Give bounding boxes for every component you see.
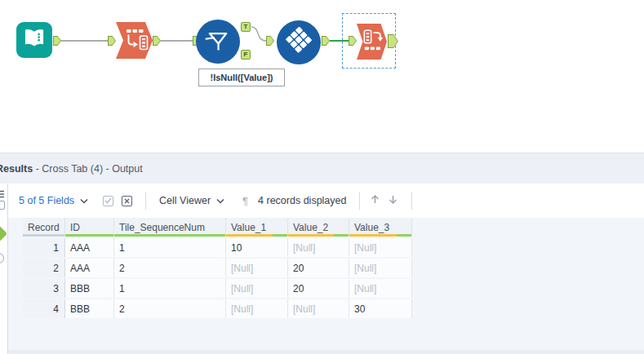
data-quality-bar xyxy=(349,234,411,237)
true-anchor-label: T xyxy=(244,24,248,30)
anchor-circle-icon[interactable] xyxy=(0,253,4,263)
table-cell[interactable]: [Null] xyxy=(226,259,288,277)
output-anchor[interactable] xyxy=(53,36,61,46)
table-cell[interactable]: [Null] xyxy=(288,299,349,318)
results-title: Results - Cross Tab (4) - Output xyxy=(0,163,143,175)
results-left-toolbar xyxy=(0,184,8,354)
false-anchor-label: F xyxy=(244,51,248,58)
data-quality-bar xyxy=(288,234,349,237)
table-cell[interactable]: 2 xyxy=(114,299,226,318)
tool-tile[interactable] xyxy=(277,20,321,64)
output-anchor[interactable] xyxy=(322,36,330,46)
column-header-label: Value_3 xyxy=(354,222,389,233)
table-cell[interactable]: 1 xyxy=(114,238,226,257)
results-title-rest: - Cross Tab (4) - Output xyxy=(33,163,143,175)
table-row[interactable]: 1AAA110[Null][Null] xyxy=(23,238,412,257)
filter-annotation[interactable]: !IsNull([Value]) xyxy=(198,69,285,86)
records-displayed-label: 4 records displayed xyxy=(258,195,346,206)
table-row[interactable]: 2AAA2[Null]20[Null] xyxy=(23,259,412,277)
chevron-down-icon[interactable] xyxy=(80,195,88,206)
tool-input-data[interactable] xyxy=(16,22,52,58)
table-cell[interactable]: 1 xyxy=(114,279,226,298)
clear-fields-icon[interactable] xyxy=(122,196,132,206)
workflow-canvas[interactable]: T F !IsNull([Value]) xyxy=(0,0,644,153)
table-row[interactable]: 4BBB2[Null][Null]30 xyxy=(23,299,412,318)
false-output-anchor[interactable]: F xyxy=(241,50,251,60)
cell-viewer-dropdown[interactable]: Cell Viewer xyxy=(159,195,211,206)
output-anchor[interactable] xyxy=(388,34,398,48)
table-cell[interactable]: [Null] xyxy=(349,259,412,277)
data-quality-bar xyxy=(114,234,225,237)
connection-wire xyxy=(61,40,108,42)
output-anchor-icon[interactable] xyxy=(0,225,7,242)
input-anchor[interactable] xyxy=(108,36,116,46)
arrow-down-icon[interactable] xyxy=(388,194,398,207)
square-icon[interactable] xyxy=(0,201,5,210)
column-header[interactable]: Tile_SequenceNum xyxy=(114,218,226,237)
table-cell[interactable]: [Null] xyxy=(349,238,412,257)
filter-funnel-icon xyxy=(204,26,232,57)
table-cell[interactable]: BBB xyxy=(65,299,114,318)
transpose-icon xyxy=(121,27,149,55)
show-whitespace-icon[interactable]: ¶ xyxy=(242,195,248,207)
column-header-label: Value_2 xyxy=(293,222,328,233)
data-quality-bar xyxy=(65,234,113,237)
table-cell[interactable]: [Null] xyxy=(288,238,349,257)
results-grid-area: RecordIDTile_SequenceNumValue_1Value_2Va… xyxy=(8,218,644,354)
select-fields-checkbox-icon[interactable] xyxy=(103,196,113,206)
bottom-edge xyxy=(8,350,644,354)
table-cell[interactable]: 20 xyxy=(288,279,349,298)
chevron-down-icon[interactable] xyxy=(216,195,224,206)
table-cell[interactable]: AAA xyxy=(65,238,114,257)
data-quality-bar xyxy=(226,234,287,237)
tile-diamonds-icon xyxy=(285,27,313,58)
table-cell[interactable]: [Null] xyxy=(349,279,412,298)
table-cell[interactable]: [Null] xyxy=(226,299,288,318)
record-number-cell[interactable]: 4 xyxy=(23,299,65,318)
tool-filter[interactable] xyxy=(196,20,240,64)
column-header-label: Value_1 xyxy=(231,222,266,233)
table-header-row: RecordIDTile_SequenceNumValue_1Value_2Va… xyxy=(23,218,412,237)
fields-summary-dropdown[interactable]: 5 of 5 Fields xyxy=(19,195,74,206)
input-anchor[interactable] xyxy=(266,36,274,46)
true-output-anchor[interactable]: T xyxy=(241,22,251,32)
toolbar-separator xyxy=(359,192,360,210)
output-anchor[interactable] xyxy=(153,36,161,46)
menu-icon[interactable] xyxy=(0,187,5,195)
data-quality-bar xyxy=(23,234,64,237)
tool-transpose[interactable] xyxy=(116,22,153,59)
results-table: RecordIDTile_SequenceNumValue_1Value_2Va… xyxy=(23,218,412,318)
column-header[interactable]: Record xyxy=(23,218,65,237)
table-cell[interactable]: 10 xyxy=(226,238,288,257)
column-header[interactable]: ID xyxy=(65,218,114,237)
column-header-label: Record xyxy=(28,222,60,233)
table-cell[interactable]: AAA xyxy=(65,259,114,277)
arrow-up-icon[interactable] xyxy=(370,194,380,207)
connection-wire-curved xyxy=(0,0,644,153)
toolbar-separator xyxy=(145,192,146,210)
open-book-icon xyxy=(21,25,47,55)
results-toolbar: 5 of 5 Fields Cell Viewer ¶ 4 records di… xyxy=(8,184,644,218)
table-cell[interactable]: 2 xyxy=(114,259,226,277)
table-cell[interactable]: [Null] xyxy=(226,279,288,298)
connection-wire xyxy=(161,40,193,42)
results-title-bold: Results xyxy=(0,163,33,175)
record-number-cell[interactable]: 3 xyxy=(23,279,65,298)
column-header-label: Tile_SequenceNum xyxy=(119,222,205,233)
results-pane-header: Results - Cross Tab (4) - Output xyxy=(0,153,644,184)
column-header-label: ID xyxy=(70,222,80,233)
record-number-cell[interactable]: 1 xyxy=(23,238,65,257)
toolbar-separator xyxy=(411,192,412,210)
table-cell[interactable]: BBB xyxy=(65,279,114,298)
table-cell[interactable]: 30 xyxy=(349,299,412,318)
column-header[interactable]: Value_2 xyxy=(288,218,349,237)
table-row[interactable]: 3BBB1[Null]20[Null] xyxy=(23,279,412,298)
table-cell[interactable]: 20 xyxy=(288,259,349,277)
column-header[interactable]: Value_3 xyxy=(349,218,412,237)
column-header[interactable]: Value_1 xyxy=(226,218,288,237)
record-number-cell[interactable]: 2 xyxy=(23,259,65,277)
